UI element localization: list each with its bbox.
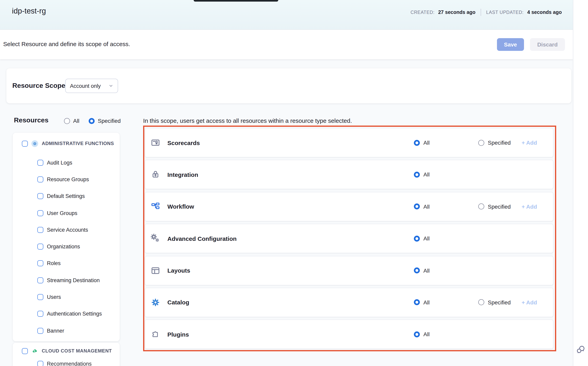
workflow-icon bbox=[151, 202, 160, 211]
resource-type-name: Catalog bbox=[167, 299, 189, 306]
radio-unselected-icon[interactable] bbox=[478, 299, 484, 305]
item-checkbox[interactable] bbox=[37, 176, 43, 183]
scorecards-icon bbox=[151, 138, 160, 147]
svg-text:$: $ bbox=[34, 350, 35, 352]
radio-unselected-icon[interactable] bbox=[64, 118, 70, 124]
resource-type-name: Layouts bbox=[167, 267, 190, 274]
radio-selected-icon[interactable] bbox=[414, 204, 420, 210]
meta-divider bbox=[481, 9, 481, 16]
resource-type-row: Workflow All Specified + Add bbox=[145, 192, 553, 221]
save-button[interactable]: Save bbox=[497, 38, 524, 51]
scope-description: In this scope, users get access to all r… bbox=[143, 117, 352, 124]
row-add-button[interactable]: + Add bbox=[522, 299, 537, 305]
discard-button[interactable]: Discard bbox=[530, 38, 565, 51]
radio-selected-icon[interactable] bbox=[414, 267, 420, 273]
resource-type-row: Scorecards All Specified + Add bbox=[145, 128, 553, 157]
item-checkbox[interactable] bbox=[37, 210, 43, 216]
sidebar-module-card: ADMINISTRATIVE FUNCTIONS Audit Logs Reso… bbox=[13, 133, 120, 341]
module-name: CLOUD COST MANAGEMENT bbox=[42, 348, 112, 354]
chevron-down-icon bbox=[108, 84, 113, 88]
item-checkbox[interactable] bbox=[37, 193, 43, 199]
resource-scope-label: Resource Scope bbox=[12, 82, 65, 90]
item-checkbox[interactable] bbox=[37, 311, 43, 317]
chat-bubbles-icon[interactable] bbox=[576, 345, 586, 354]
updated-label: LAST UPDATED: bbox=[486, 10, 524, 15]
resource-type-name: Scorecards bbox=[167, 139, 200, 146]
resource-scope-dropdown[interactable]: Account only bbox=[65, 79, 118, 93]
item-checkbox[interactable] bbox=[37, 160, 43, 166]
row-all-radio[interactable]: All bbox=[414, 204, 430, 210]
catalog-icon bbox=[151, 298, 160, 307]
module-name: ADMINISTRATIVE FUNCTIONS bbox=[42, 141, 114, 146]
sidebar-resource-item[interactable]: Audit Logs bbox=[13, 154, 120, 171]
radio-selected-icon[interactable] bbox=[414, 299, 420, 305]
page-title: idp-test-rg bbox=[12, 7, 46, 15]
resource-type-row: Advanced Configuration All bbox=[145, 224, 553, 253]
radio-selected-icon[interactable] bbox=[414, 140, 420, 146]
row-all-radio[interactable]: All bbox=[414, 171, 430, 178]
right-rail bbox=[573, 0, 588, 366]
radio-selected-icon[interactable] bbox=[414, 331, 420, 337]
resource-type-row: Integration All bbox=[145, 160, 553, 189]
item-checkbox[interactable] bbox=[37, 361, 43, 366]
sidebar-resource-item[interactable]: Service Accounts bbox=[13, 221, 120, 238]
advanced-configuration-icon bbox=[151, 234, 160, 243]
plugins-icon bbox=[151, 330, 160, 339]
action-bar: Select Resource and define its scope of … bbox=[0, 30, 573, 59]
row-all-radio[interactable]: All bbox=[414, 299, 430, 305]
sidebar-resource-item[interactable]: Streaming Destination bbox=[13, 272, 120, 289]
created-label: CREATED: bbox=[410, 10, 434, 15]
item-checkbox[interactable] bbox=[37, 260, 43, 267]
item-checkbox[interactable] bbox=[37, 294, 43, 300]
admin-module-icon bbox=[31, 140, 38, 147]
top-notch-bar bbox=[193, 0, 278, 2]
sidebar-resource-item[interactable]: Roles bbox=[13, 255, 120, 272]
item-checkbox[interactable] bbox=[37, 328, 43, 334]
header-meta: CREATED: 27 seconds ago LAST UPDATED: 4 … bbox=[410, 9, 562, 16]
item-checkbox[interactable] bbox=[37, 227, 43, 233]
radio-selected-icon[interactable] bbox=[89, 118, 95, 124]
row-all-radio[interactable]: All bbox=[414, 139, 430, 146]
resource-type-name: Advanced Configuration bbox=[167, 235, 237, 242]
action-description: Select Resource and define its scope of … bbox=[3, 40, 130, 47]
row-add-button[interactable]: + Add bbox=[522, 204, 537, 210]
item-checkbox[interactable] bbox=[37, 277, 43, 283]
row-all-radio[interactable]: All bbox=[414, 331, 430, 338]
app-root: idp-test-rg CREATED: 27 seconds ago LAST… bbox=[0, 0, 588, 366]
row-specified-radio[interactable]: Specified bbox=[478, 139, 511, 146]
sidebar-resource-item[interactable]: Authentication Settings bbox=[13, 305, 120, 322]
module-checkbox[interactable] bbox=[22, 140, 28, 146]
sidebar-resource-item[interactable]: Resource Groups bbox=[13, 171, 120, 188]
radio-unselected-icon[interactable] bbox=[478, 204, 484, 210]
sidebar-resource-item[interactable]: Users bbox=[13, 289, 120, 305]
resource-type-name: Plugins bbox=[167, 331, 189, 338]
resource-type-row: Layouts All bbox=[145, 256, 553, 285]
radio-unselected-icon[interactable] bbox=[478, 140, 484, 146]
resources-all-radio[interactable]: All bbox=[64, 118, 79, 124]
radio-selected-icon[interactable] bbox=[414, 236, 420, 241]
sidebar-resource-item[interactable]: Default Settings bbox=[13, 188, 120, 205]
resources-title: Resources bbox=[14, 116, 48, 124]
sidebar-resource-item[interactable]: Banner bbox=[13, 322, 120, 339]
module-header: ADMINISTRATIVE FUNCTIONS bbox=[13, 133, 120, 154]
resource-scope-card: Resource Scope Account only bbox=[6, 68, 571, 103]
resource-scope-value: Account only bbox=[70, 83, 108, 89]
sidebar-resource-item[interactable]: User Groups bbox=[13, 205, 120, 221]
radio-selected-icon[interactable] bbox=[414, 172, 420, 178]
resource-type-list: Scorecards All Specified + Add Integrati… bbox=[145, 128, 553, 351]
resources-specified-label: Specified bbox=[98, 118, 121, 124]
module-checkbox[interactable] bbox=[22, 348, 28, 354]
resource-type-name: Workflow bbox=[167, 203, 194, 210]
row-all-radio[interactable]: All bbox=[414, 267, 430, 274]
row-add-button[interactable]: + Add bbox=[522, 139, 537, 146]
page-header: idp-test-rg CREATED: 27 seconds ago LAST… bbox=[0, 0, 573, 30]
resources-specified-radio[interactable]: Specified bbox=[89, 118, 121, 124]
sidebar-resource-item[interactable]: Organizations bbox=[13, 238, 120, 255]
resource-type-row: Catalog All Specified + Add bbox=[145, 288, 553, 317]
row-all-radio[interactable]: All bbox=[414, 235, 430, 242]
row-specified-radio[interactable]: Specified bbox=[478, 299, 511, 305]
created-value: 27 seconds ago bbox=[438, 9, 475, 15]
row-specified-radio[interactable]: Specified bbox=[478, 204, 511, 210]
sidebar-resource-item[interactable]: Recommendations bbox=[13, 355, 120, 366]
item-checkbox[interactable] bbox=[37, 244, 43, 250]
